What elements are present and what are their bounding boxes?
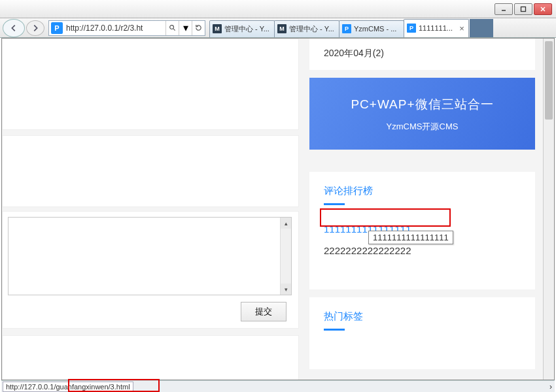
- page-content: ▴ ▾ 提交 2020年04月(2) PC+WAP+微信三站合一 YzmCMS开…: [2, 39, 554, 380]
- browser-toolbar: P ▾ M 管理中心 - Y... M 管理中心 - Y... P YzmCMS…: [0, 18, 556, 38]
- addr-dropdown-icon[interactable]: ▾: [179, 21, 192, 35]
- archive-date-link[interactable]: 2020年04月(2): [324, 48, 384, 58]
- comment-rank-panel: 评论排行榜 1111111111111111 2222222222222222 …: [309, 172, 535, 289]
- banner-title: PC+WAP+微信三站合一: [309, 96, 535, 113]
- nav-back-button[interactable]: [3, 19, 25, 37]
- scroll-down-icon[interactable]: ▾: [281, 284, 291, 295]
- window-close-button[interactable]: [534, 3, 552, 15]
- svg-line-5: [173, 29, 175, 30]
- search-dropdown-icon[interactable]: [165, 21, 179, 35]
- scroll-up-icon[interactable]: ▴: [281, 218, 291, 229]
- textarea-scrollbar[interactable]: ▴ ▾: [280, 218, 291, 295]
- toolbar-right: [470, 19, 493, 37]
- refresh-button[interactable]: [192, 21, 205, 35]
- tab-favicon-icon: M: [277, 24, 287, 33]
- tab-0[interactable]: M 管理中心 - Y...: [209, 20, 275, 37]
- status-hover-url: http://127.0.0.1/guanfangxinwen/3.html: [3, 382, 133, 392]
- tab-label: 管理中心 - Y...: [289, 24, 336, 34]
- window-maximize-button[interactable]: [514, 3, 532, 15]
- scrollbar-thumb[interactable]: [545, 41, 553, 120]
- site-favicon-icon: P: [51, 22, 63, 34]
- promo-banner[interactable]: PC+WAP+微信三站合一 YzmCMS开源CMS: [309, 78, 535, 150]
- tab-close-icon[interactable]: ×: [458, 24, 466, 33]
- hscroll-right-icon[interactable]: ›: [549, 382, 552, 391]
- window-minimize-button[interactable]: [495, 3, 513, 15]
- tab-strip: M 管理中心 - Y... M 管理中心 - Y... P YzmCMS - .…: [209, 19, 468, 37]
- svg-rect-1: [521, 7, 526, 11]
- page-viewport: ▴ ▾ 提交 2020年04月(2) PC+WAP+微信三站合一 YzmCMS开…: [1, 38, 555, 380]
- tab-label: YzmCMS - ...: [354, 25, 401, 33]
- svg-point-4: [170, 25, 174, 29]
- comment-textarea[interactable]: [8, 217, 292, 295]
- address-bar[interactable]: P ▾: [48, 20, 205, 36]
- tab-favicon-icon: P: [342, 24, 351, 33]
- banner-subtitle: YzmCMS开源CMS: [309, 121, 535, 133]
- content-block: [2, 39, 299, 130]
- nav-forward-button[interactable]: [26, 20, 44, 36]
- tab-2[interactable]: P YzmCMS - ...: [339, 20, 404, 37]
- tab-label: 管理中心 - Y...: [224, 24, 271, 34]
- link-tooltip: 1111111111111111: [368, 231, 453, 244]
- viewport-scrollbar[interactable]: [543, 39, 554, 380]
- url-input[interactable]: [65, 24, 165, 33]
- submit-button[interactable]: 提交: [241, 302, 287, 321]
- hot-tags-panel: 热门标签: [309, 297, 535, 369]
- tab-1[interactable]: M 管理中心 - Y...: [274, 20, 339, 37]
- tab-3[interactable]: P 1111111... ×: [404, 19, 469, 37]
- tab-favicon-icon: M: [213, 24, 222, 33]
- tab-label: 1111111...: [419, 24, 458, 32]
- window-titlebar: [0, 0, 556, 18]
- tab-favicon-icon: P: [407, 24, 416, 33]
- panel-heading: 热门标签: [324, 310, 521, 329]
- comment-form-block: ▴ ▾ 提交: [2, 211, 299, 329]
- content-block: [2, 135, 299, 207]
- status-bar: http://127.0.0.1/guanfangxinwen/3.html ›: [1, 380, 555, 392]
- content-block: [2, 335, 299, 380]
- archive-date-block: 2020年04月(2): [309, 39, 535, 70]
- panel-heading: 评论排行榜: [324, 185, 521, 204]
